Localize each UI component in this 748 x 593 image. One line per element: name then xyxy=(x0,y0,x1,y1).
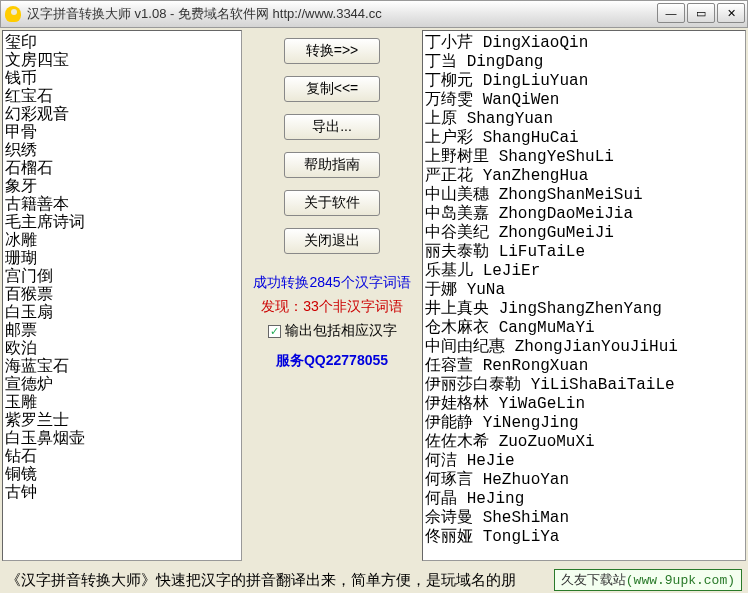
list-item[interactable]: 何琢言 HeZhuoYan xyxy=(425,470,743,489)
list-item[interactable]: 丽夫泰勒 LiFuTaiLe xyxy=(425,242,743,261)
list-item[interactable]: 宣德炉 xyxy=(5,375,239,393)
list-item[interactable]: 井上真央 JingShangZhenYang xyxy=(425,299,743,318)
list-item[interactable]: 象牙 xyxy=(5,177,239,195)
list-item[interactable]: 丁小芹 DingXiaoQin xyxy=(425,33,743,52)
list-item[interactable]: 钻石 xyxy=(5,447,239,465)
center-toolbar: 转换=>> 复制<<= 导出... 帮助指南 关于软件 关闭退出 成功转换284… xyxy=(244,30,420,561)
list-item[interactable]: 于娜 YuNa xyxy=(425,280,743,299)
list-item[interactable]: 伊能静 YiNengJing xyxy=(425,413,743,432)
about-button[interactable]: 关于软件 xyxy=(284,190,380,216)
list-item[interactable]: 中间由纪惠 ZhongJianYouJiHui xyxy=(425,337,743,356)
list-item[interactable]: 上户彩 ShangHuCai xyxy=(425,128,743,147)
list-item[interactable]: 铜镜 xyxy=(5,465,239,483)
help-button[interactable]: 帮助指南 xyxy=(284,152,380,178)
list-item[interactable]: 玉雕 xyxy=(5,393,239,411)
export-button[interactable]: 导出... xyxy=(284,114,380,140)
list-item[interactable]: 钱币 xyxy=(5,69,239,87)
list-item[interactable]: 佘诗曼 SheShiMan xyxy=(425,508,743,527)
list-item[interactable]: 石榴石 xyxy=(5,159,239,177)
list-item[interactable]: 古钟 xyxy=(5,483,239,501)
list-item[interactable]: 幻彩观音 xyxy=(5,105,239,123)
list-item[interactable]: 丁柳元 DingLiuYuan xyxy=(425,71,743,90)
list-item[interactable]: 严正花 YanZhengHua xyxy=(425,166,743,185)
list-item[interactable]: 宫门倒 xyxy=(5,267,239,285)
list-item[interactable]: 丁当 DingDang xyxy=(425,52,743,71)
badge-cn: 久友下载站 xyxy=(561,573,626,588)
list-item[interactable]: 毛主席诗词 xyxy=(5,213,239,231)
list-item[interactable]: 欧泊 xyxy=(5,339,239,357)
status-block: 成功转换2845个汉字词语 发现：33个非汉字词语 ✓ 输出包括相应汉字 服务Q… xyxy=(253,274,410,370)
title-bar: 汉字拼音转换大师 v1.08 - 免费域名软件网 http://www.3344… xyxy=(0,0,748,28)
list-item[interactable]: 白玉鼻烟壶 xyxy=(5,429,239,447)
badge-en: (www.9upk.com) xyxy=(626,573,735,588)
copy-button[interactable]: 复制<<= xyxy=(284,76,380,102)
list-item[interactable]: 中岛美嘉 ZhongDaoMeiJia xyxy=(425,204,743,223)
list-item[interactable]: 海蓝宝石 xyxy=(5,357,239,375)
close-button[interactable]: 关闭退出 xyxy=(284,228,380,254)
list-item[interactable]: 仓木麻衣 CangMuMaYi xyxy=(425,318,743,337)
list-item[interactable]: 玺印 xyxy=(5,33,239,51)
minimize-button[interactable]: — xyxy=(657,3,685,23)
close-window-button[interactable]: ✕ xyxy=(717,3,745,23)
list-item[interactable]: 伊娃格林 YiWaGeLin xyxy=(425,394,743,413)
list-item[interactable]: 中谷美纪 ZhongGuMeiJi xyxy=(425,223,743,242)
output-checkbox[interactable]: ✓ xyxy=(268,325,281,338)
list-item[interactable]: 冰雕 xyxy=(5,231,239,249)
list-item[interactable]: 佐佐木希 ZuoZuoMuXi xyxy=(425,432,743,451)
list-item[interactable]: 上原 ShangYuan xyxy=(425,109,743,128)
app-icon xyxy=(5,6,21,22)
list-item[interactable]: 佟丽娅 TongLiYa xyxy=(425,527,743,546)
list-item[interactable]: 邮票 xyxy=(5,321,239,339)
main-area: 玺印文房四宝钱币红宝石幻彩观音甲骨织绣石榴石象牙古籍善本毛主席诗词冰雕珊瑚宫门倒… xyxy=(0,28,748,563)
list-item[interactable]: 乐基儿 LeJiEr xyxy=(425,261,743,280)
service-qq: 服务QQ22778055 xyxy=(253,352,410,370)
list-item[interactable]: 甲骨 xyxy=(5,123,239,141)
list-item[interactable]: 万绮雯 WanQiWen xyxy=(425,90,743,109)
list-item[interactable]: 珊瑚 xyxy=(5,249,239,267)
list-item[interactable]: 古籍善本 xyxy=(5,195,239,213)
list-item[interactable]: 白玉扇 xyxy=(5,303,239,321)
status-warn: 发现：33个非汉字词语 xyxy=(253,298,410,316)
output-checkbox-label: 输出包括相应汉字 xyxy=(285,322,397,340)
window-controls: — ▭ ✕ xyxy=(657,3,745,23)
list-item[interactable]: 伊丽莎白泰勒 YiLiShaBaiTaiLe xyxy=(425,375,743,394)
input-list-panel[interactable]: 玺印文房四宝钱币红宝石幻彩观音甲骨织绣石榴石象牙古籍善本毛主席诗词冰雕珊瑚宫门倒… xyxy=(2,30,242,561)
list-item[interactable]: 中山美穗 ZhongShanMeiSui xyxy=(425,185,743,204)
window-title: 汉字拼音转换大师 v1.08 - 免费域名软件网 http://www.3344… xyxy=(27,5,743,23)
list-item[interactable]: 任容萱 RenRongXuan xyxy=(425,356,743,375)
list-item[interactable]: 织绣 xyxy=(5,141,239,159)
convert-button[interactable]: 转换=>> xyxy=(284,38,380,64)
list-item[interactable]: 何洁 HeJie xyxy=(425,451,743,470)
output-checkbox-row[interactable]: ✓ 输出包括相应汉字 xyxy=(253,322,410,340)
list-item[interactable]: 上野树里 ShangYeShuLi xyxy=(425,147,743,166)
maximize-button[interactable]: ▭ xyxy=(687,3,715,23)
list-item[interactable]: 百猴票 xyxy=(5,285,239,303)
site-badge: 久友下载站(www.9upk.com) xyxy=(554,569,742,591)
list-item[interactable]: 紫罗兰士 xyxy=(5,411,239,429)
output-list-panel[interactable]: 丁小芹 DingXiaoQin丁当 DingDang丁柳元 DingLiuYua… xyxy=(422,30,746,561)
list-item[interactable]: 何晶 HeJing xyxy=(425,489,743,508)
list-item[interactable]: 文房四宝 xyxy=(5,51,239,69)
list-item[interactable]: 红宝石 xyxy=(5,87,239,105)
status-success: 成功转换2845个汉字词语 xyxy=(253,274,410,292)
